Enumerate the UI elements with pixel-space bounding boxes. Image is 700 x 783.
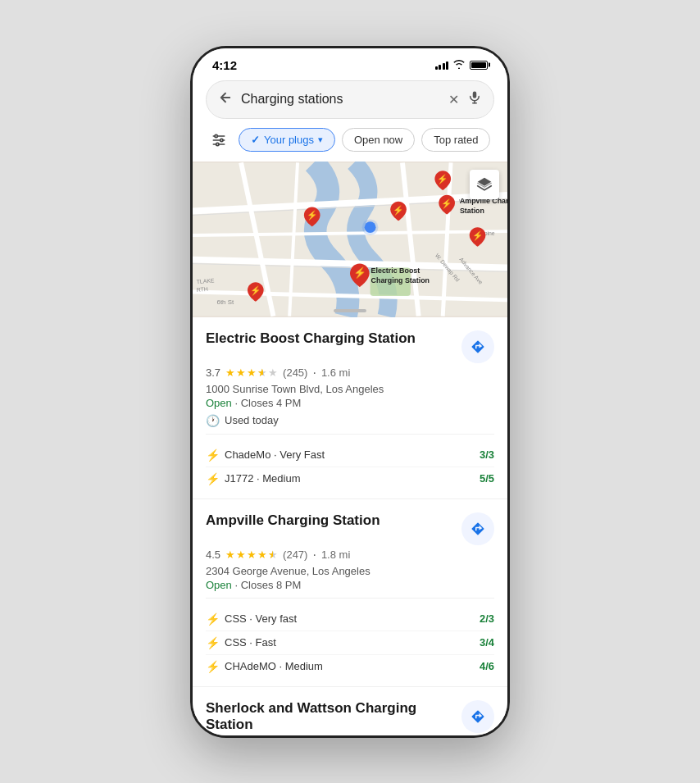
map-drag-handle[interactable] — [334, 309, 366, 312]
bolt-icon-2: ⚡ — [206, 472, 220, 485]
svg-text:⚡: ⚡ — [250, 284, 261, 295]
tune-button[interactable] — [206, 127, 232, 153]
battery-icon — [470, 61, 488, 70]
charger-name-1-1: ChadeMo · Very Fast — [225, 448, 480, 461]
map-layers-button[interactable] — [470, 170, 499, 199]
svg-text:Station: Station — [460, 206, 484, 214]
separator-1: · — [312, 366, 316, 380]
status-time: 4:12 — [212, 58, 237, 72]
star-5: ★ — [268, 366, 278, 379]
filter-chip-top-rated[interactable]: Top rated — [421, 128, 490, 152]
svg-text:⚡: ⚡ — [393, 203, 404, 215]
charger-avail-1-2: 5/5 — [480, 472, 494, 485]
star-4: ★★ — [257, 366, 267, 379]
battery-fill — [471, 62, 486, 68]
charger-avail-2-1: 2/3 — [480, 612, 494, 625]
used-today-row: 🕐 Used today — [206, 414, 494, 427]
station-hours-2: Open · Closes 8 PM — [206, 579, 494, 591]
charger-row-1-2: ⚡ J1772 · Medium 5/5 — [206, 467, 494, 485]
svg-point-7 — [220, 139, 223, 141]
dropdown-icon: ▾ — [318, 134, 323, 145]
open-label-2: Open — [206, 579, 232, 591]
svg-text:⚡: ⚡ — [353, 266, 366, 280]
star-3: ★ — [247, 366, 257, 379]
svg-point-8 — [216, 143, 219, 145]
station-rating-row-2: 4.5 ★ ★ ★ ★ ★★ (247) · 1.8 mi — [206, 548, 494, 562]
svg-text:⚡: ⚡ — [307, 209, 318, 221]
charger-avail-1-1: 3/3 — [480, 448, 494, 461]
star-2: ★ — [236, 366, 246, 379]
checkmark-icon: ✓ — [251, 134, 260, 146]
directions-button-3[interactable] — [461, 700, 494, 733]
station-card-3[interactable]: Sherlock and Wattson Charging Station 4.… — [193, 687, 507, 735]
charger-name-1-2: J1772 · Medium — [225, 472, 480, 485]
review-count-2: (247) — [283, 549, 307, 561]
stars-1: ★ ★ ★ ★★ ★ — [225, 366, 278, 379]
charger-name-2-3: CHAdeMO · Medium — [225, 660, 480, 672]
charger-row-2-2: ⚡ CSS · Fast 3/4 — [206, 630, 494, 649]
svg-text:6th St: 6th St — [217, 298, 234, 305]
svg-point-30 — [362, 219, 379, 235]
svg-text:⚡: ⚡ — [437, 173, 448, 184]
filter-row: ✓ Your plugs ▾ Open now Top rated — [193, 119, 507, 162]
station-card-2[interactable]: Ampville Charging Station 4.5 ★ ★ ★ ★ ★★ — [193, 499, 507, 687]
star-1: ★ — [225, 366, 235, 379]
status-icons — [435, 59, 489, 71]
svg-rect-0 — [473, 91, 477, 98]
open-label-1: Open — [206, 397, 232, 409]
charger-row-2-3: ⚡ CHAdeMO · Medium 4/6 — [206, 654, 494, 673]
svg-text:⚡: ⚡ — [441, 197, 452, 208]
station-rating-row-1: 3.7 ★ ★ ★ ★★ ★ (245) · 1.6 mi — [206, 366, 494, 380]
map-view[interactable]: 6th St W.C. Alpine TLAKE RTH W. Dewap Rd… — [193, 162, 507, 317]
station-address-1: 1000 Sunrise Town Blvd, Los Angeles — [206, 383, 494, 395]
close-time-2: · Closes 8 PM — [234, 579, 301, 591]
svg-text:⚡: ⚡ — [472, 230, 484, 241]
search-input[interactable]: Charging stations — [241, 92, 440, 107]
filter-label-your-plugs: Your plugs — [264, 134, 314, 146]
filter-label-top-rated: Top rated — [434, 134, 478, 146]
close-time-1: · Closes 4 PM — [234, 397, 301, 409]
review-count-1: (245) — [283, 366, 307, 379]
wifi-icon — [452, 59, 466, 71]
station-hours-1: Open · Closes 4 PM — [206, 397, 494, 409]
svg-point-6 — [215, 134, 217, 137]
directions-button-2[interactable] — [461, 512, 494, 545]
rating-number-1: 3.7 — [206, 366, 220, 379]
charger-row-1-1: ⚡ ChadeMo · Very Fast 3/3 — [206, 444, 494, 462]
used-today-text: Used today — [225, 414, 279, 426]
station-card-1[interactable]: Electric Boost Charging Station 3.7 ★ ★ … — [193, 317, 507, 499]
svg-text:Electric Boost: Electric Boost — [371, 266, 420, 275]
clear-button[interactable]: ✕ — [448, 92, 459, 107]
rating-number-2: 4.5 — [206, 549, 220, 561]
station-address-2: 2304 George Avenue, Los Angeles — [206, 565, 494, 577]
filter-label-open-now: Open now — [354, 134, 402, 146]
charger-name-2-2: CSS · Fast — [225, 636, 480, 649]
bolt-icon: ⚡ — [206, 448, 220, 462]
station-name-1: Electric Boost Charging Station — [206, 330, 461, 347]
charger-avail-2-3: 4/6 — [480, 660, 494, 672]
svg-text:Charging Station: Charging Station — [371, 276, 430, 285]
svg-text:RTH: RTH — [196, 285, 208, 292]
station-name-3: Sherlock and Wattson Charging Station — [206, 700, 461, 733]
back-button[interactable] — [218, 90, 233, 109]
search-bar[interactable]: Charging stations ✕ — [206, 80, 494, 119]
distance-1: 1.6 mi — [321, 366, 350, 379]
station-header-3: Sherlock and Wattson Charging Station — [206, 700, 494, 733]
station-name-2: Ampville Charging Station — [206, 512, 461, 529]
mic-button[interactable] — [467, 89, 482, 110]
search-container: Charging stations ✕ — [193, 75, 507, 119]
station-header-1: Electric Boost Charging Station — [206, 330, 494, 363]
charger-avail-2-2: 3/4 — [480, 636, 494, 649]
map-area[interactable]: 6th St W.C. Alpine TLAKE RTH W. Dewap Rd… — [193, 162, 507, 317]
filter-chip-open-now[interactable]: Open now — [342, 128, 415, 152]
charger-row-2-1: ⚡ CSS · Very fast 2/3 — [206, 608, 494, 626]
results-list: Electric Boost Charging Station 3.7 ★ ★ … — [193, 317, 507, 735]
filter-chip-your-plugs[interactable]: ✓ Your plugs ▾ — [239, 128, 335, 152]
signal-icon — [435, 60, 449, 70]
clock-icon: 🕐 — [206, 414, 220, 427]
distance-2: 1.8 mi — [321, 549, 350, 561]
chargers-list-1: ⚡ ChadeMo · Very Fast 3/3 ⚡ J1772 · Medi… — [206, 434, 494, 485]
directions-button-1[interactable] — [461, 330, 494, 363]
status-bar: 4:12 — [193, 48, 507, 75]
charger-name-2-1: CSS · Very fast — [225, 612, 480, 625]
